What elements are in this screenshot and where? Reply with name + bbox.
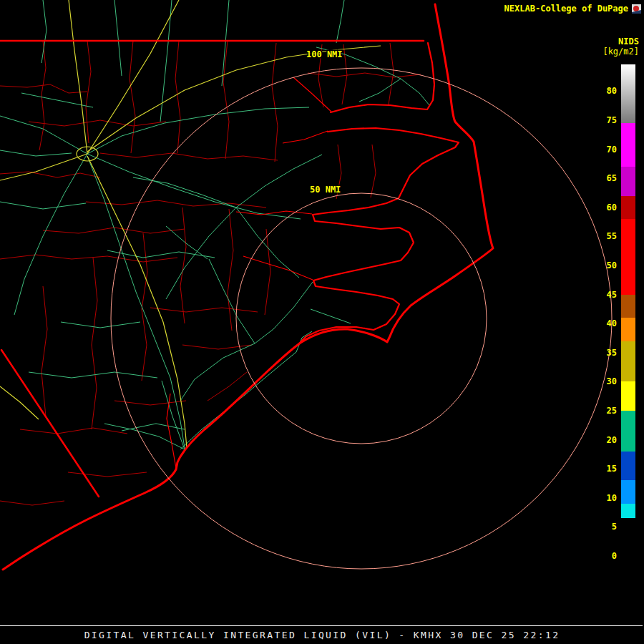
outer-banks-coast — [3, 4, 493, 570]
colorbar-tick-label: 65 — [591, 172, 617, 184]
county-borders-layer — [0, 41, 421, 505]
interstate-layer — [0, 0, 381, 448]
colorbar-ticks: 80757065605550454035302520151050 — [591, 64, 617, 565]
colorbar-segment — [621, 411, 635, 452]
colorbar-segment — [621, 167, 635, 196]
colorbar-segment — [621, 196, 635, 219]
colorbar-segment — [621, 341, 635, 382]
ring-label-100nmi: 100 NMI — [306, 49, 343, 59]
site-title: NEXLAB-College of DuPage — [504, 4, 628, 14]
colorbar-segment — [621, 381, 635, 411]
header: NEXLAB-College of DuPage — [504, 4, 641, 14]
colorbar-segment — [621, 452, 635, 481]
colorbar-tick-label: 0 — [591, 550, 617, 562]
product-name: NIDS — [602, 36, 639, 47]
product-block: NIDS [kg/m2] — [602, 36, 639, 57]
colorbar-tick-label: 20 — [591, 434, 617, 446]
colorbar-tick-label: 10 — [591, 492, 617, 504]
colorbar-segment — [621, 219, 635, 295]
colorbar-tick-label: 5 — [591, 521, 617, 532]
product-units: [kg/m2] — [602, 47, 639, 57]
colorbar-tick-label: 25 — [591, 405, 617, 416]
ring-label-50nmi: 50 NMI — [310, 185, 341, 195]
footer-divider — [0, 625, 643, 626]
colorbar-tick-label: 50 — [591, 260, 617, 271]
colorbar-segment — [621, 480, 635, 503]
cod-logo-icon — [632, 4, 641, 14]
colorbar-tick-label: 75 — [591, 114, 617, 126]
colorbar-segment — [621, 295, 635, 318]
colorbar-tick-label: 60 — [591, 202, 617, 213]
colorbar-segment — [621, 318, 635, 341]
range-ring-100nmi — [111, 68, 612, 569]
mainland-sound-shore — [299, 128, 459, 343]
currituck-albemarle-shore — [331, 43, 434, 112]
radar-map: 100 NMI 50 NMI — [0, 0, 644, 624]
colorbar-tick-label: 80 — [591, 85, 617, 97]
colorbar-tick-label: 70 — [591, 144, 617, 155]
ring-labels: 100 NMI 50 NMI — [306, 49, 343, 195]
colorbar-segment — [621, 504, 635, 518]
colorbar-tick-label: 55 — [591, 230, 617, 242]
colorbar-segment — [621, 518, 635, 565]
range-ring-50nmi — [236, 193, 487, 444]
colorbar-tick-label: 35 — [591, 347, 617, 358]
colorbar-segment — [621, 123, 635, 167]
range-rings-layer — [111, 68, 612, 569]
colorbar-segment — [621, 64, 635, 123]
coastline-layer — [0, 4, 493, 570]
rivers-layer — [167, 77, 331, 468]
colorbar-tick-label: 15 — [591, 463, 617, 474]
colorbar — [621, 64, 635, 565]
roads-layer — [0, 0, 429, 449]
colorbar-tick-label: 40 — [591, 318, 617, 329]
colorbar-tick-label: 45 — [591, 289, 617, 301]
colorbar-tick-label: 30 — [591, 376, 617, 387]
product-caption: DIGITAL VERTICALLY INTEGRATED LIQUID (VI… — [0, 630, 644, 640]
state-border-nc-sc — [1, 350, 99, 497]
